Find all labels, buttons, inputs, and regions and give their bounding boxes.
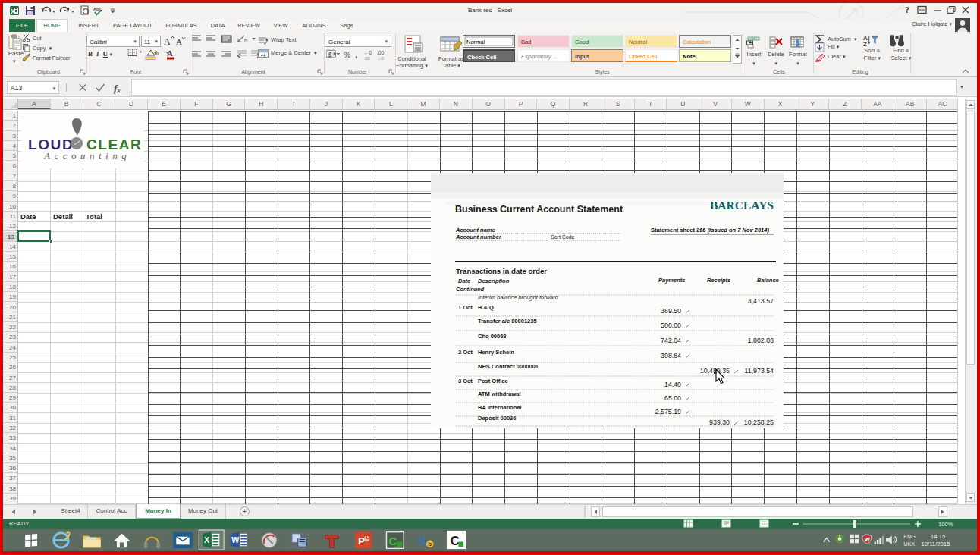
svg-text:Accounting: Accounting <box>43 150 130 161</box>
svg-text:A: A <box>164 36 171 47</box>
svg-text:?: ? <box>905 5 909 15</box>
svg-text:Post Office: Post Office <box>478 378 508 384</box>
svg-text:Description: Description <box>478 278 510 284</box>
svg-text:Sort Code: Sort Code <box>551 234 575 240</box>
svg-text:10,258.25: 10,258.25 <box>744 419 774 426</box>
svg-text:14.40: 14.40 <box>664 381 681 388</box>
svg-text:Payments: Payments <box>658 277 685 284</box>
svg-text:ENG: ENG <box>903 533 916 540</box>
svg-text:BA International: BA International <box>478 404 522 411</box>
svg-text:ATM withdrawal: ATM withdrawal <box>478 390 521 397</box>
svg-text:$: $ <box>328 51 332 58</box>
svg-text:P: P <box>358 535 365 547</box>
svg-text:Continued: Continued <box>456 286 484 293</box>
svg-text:UKX: UKX <box>903 541 915 547</box>
svg-text:Statement sheet 266 (issued: Statement sheet 266 (issued on 7 Nov 201… <box>651 227 769 234</box>
svg-text:939.30: 939.30 <box>709 419 730 426</box>
svg-text:Account name: Account name <box>455 227 495 234</box>
svg-text:10/11/2015: 10/11/2015 <box>921 541 950 547</box>
svg-text:%: % <box>344 50 350 59</box>
svg-text:Henry Schein: Henry Schein <box>478 349 514 356</box>
svg-text:3 Oct: 3 Oct <box>458 378 473 384</box>
svg-text:Balance: Balance <box>757 277 779 284</box>
svg-text:A: A <box>176 37 182 46</box>
svg-text:Date: Date <box>458 278 470 284</box>
svg-text:1 Oct: 1 Oct <box>458 304 473 311</box>
svg-text:369.50: 369.50 <box>661 307 681 315</box>
svg-text:←0: ←0 <box>364 50 372 55</box>
svg-text:Transfer a/c 00001235: Transfer a/c 00001235 <box>478 318 537 325</box>
svg-text:65.00: 65.00 <box>664 394 681 402</box>
svg-text:Account number: Account number <box>455 234 502 240</box>
svg-text:3,413.57: 3,413.57 <box>748 297 774 305</box>
svg-text:Chq 00068: Chq 00068 <box>478 333 507 340</box>
svg-text:.00: .00 <box>377 50 385 55</box>
svg-text:2 Oct: 2 Oct <box>458 349 473 356</box>
svg-text:C: C <box>389 535 397 547</box>
svg-text:S: S <box>418 533 426 549</box>
svg-text:500.00: 500.00 <box>661 321 681 329</box>
svg-text:Interim balance brought forwar: Interim balance brought forward <box>478 294 559 301</box>
svg-text:NHS Contract 0000001: NHS Contract 0000001 <box>478 363 539 370</box>
svg-text:b: b <box>244 37 248 44</box>
svg-text:1,802.03: 1,802.03 <box>748 337 774 344</box>
svg-text:W: W <box>231 535 240 544</box>
svg-text:A: A <box>863 35 868 42</box>
svg-text:B & Q: B & Q <box>478 304 494 311</box>
svg-text:2,575.19: 2,575.19 <box>655 408 681 415</box>
svg-text:Receipts: Receipts <box>707 277 730 284</box>
svg-text:742.04: 742.04 <box>661 337 681 344</box>
svg-text:11,973.54: 11,973.54 <box>745 367 774 375</box>
svg-text:→0: →0 <box>377 56 384 61</box>
svg-text:14:15: 14:15 <box>931 533 945 540</box>
svg-text:Transactions in date order: Transactions in date order <box>456 267 547 275</box>
svg-text:BARCLAYS: BARCLAYS <box>710 199 774 212</box>
svg-text:b: b <box>428 541 432 547</box>
svg-text:X: X <box>11 8 15 15</box>
svg-text:.00: .00 <box>364 56 370 61</box>
svg-text:fx: fx <box>114 83 121 94</box>
svg-text:X: X <box>204 535 209 544</box>
svg-text:W: W <box>864 536 870 543</box>
svg-text:Deposit 00036: Deposit 00036 <box>478 415 516 422</box>
svg-text:,: , <box>355 50 357 59</box>
svg-text:C: C <box>451 534 460 547</box>
svg-text:308.84: 308.84 <box>661 352 681 359</box>
svg-text:Z: Z <box>863 41 867 47</box>
svg-text:Business Current Account State: Business Current Account Statement <box>455 204 623 215</box>
